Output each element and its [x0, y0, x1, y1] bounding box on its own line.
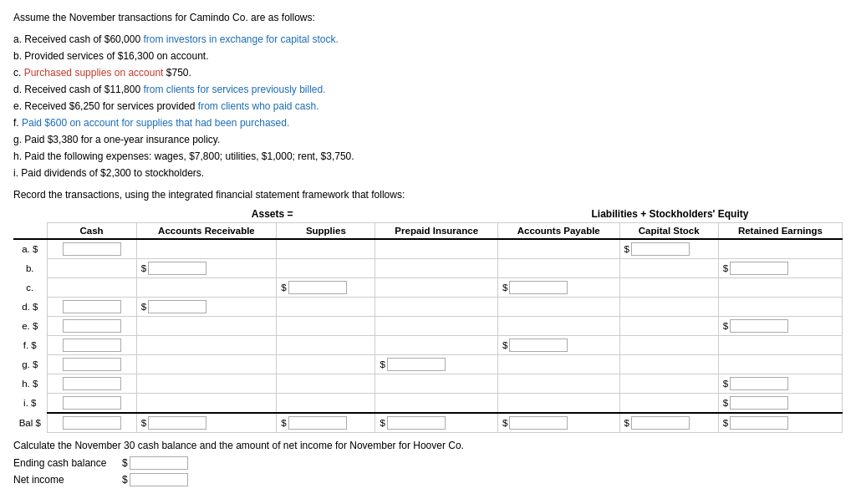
input-c-supplies[interactable] [288, 281, 347, 294]
input-bal-ar[interactable] [148, 416, 206, 430]
input-f-cash[interactable] [63, 339, 121, 352]
input-i-re[interactable] [730, 396, 788, 410]
col-prepaid-insurance: Prepaid Insurance [375, 223, 497, 240]
transaction-f: f. Paid $600 on account for supplies tha… [13, 115, 843, 130]
input-d-cash[interactable] [63, 300, 121, 313]
framework-table: Assets = Liabilities + Stockholders' Equ… [13, 206, 843, 433]
row-label-f: f. $ [13, 336, 47, 355]
row-label-d: d. $ [13, 298, 47, 317]
table-row: g. $ $ [13, 355, 843, 374]
input-bal-cash[interactable] [63, 416, 121, 430]
col-accounts-receivable: Accounts Receivable [136, 223, 277, 240]
net-income-label: Net income [13, 474, 122, 486]
row-label-g: g. $ [13, 355, 47, 374]
table-row: h. $ $ [13, 374, 843, 394]
ending-cash-input[interactable] [130, 456, 188, 470]
row-label-bal: Bal $ [13, 413, 47, 433]
input-i-cash[interactable] [63, 396, 121, 410]
input-h-re[interactable] [730, 377, 788, 390]
input-bal-ap[interactable] [509, 416, 568, 430]
table-row: c. $ $ [13, 278, 843, 298]
input-bal-prepaid[interactable] [387, 416, 446, 430]
input-e-re[interactable] [730, 319, 788, 333]
transaction-d: d. Received cash of $11,800 from clients… [13, 82, 843, 97]
transaction-h: h. Paid the following expenses: wages, $… [13, 149, 843, 164]
input-d-ar[interactable] [148, 300, 206, 313]
table-row: b. $ $ [13, 259, 843, 278]
input-bal-supplies[interactable] [288, 416, 347, 430]
bottom-note: Calculate the November 30 cash balance a… [13, 440, 843, 451]
input-a-capital-stock[interactable] [631, 242, 690, 256]
input-a-cash[interactable] [63, 242, 121, 256]
transaction-c: c. Purchased supplies on account $750. [13, 65, 843, 80]
transaction-i: i. Paid dividends of $2,300 to stockhold… [13, 165, 843, 181]
input-bal-re[interactable] [730, 416, 788, 430]
input-b-re[interactable] [730, 262, 788, 275]
col-cash: Cash [47, 223, 136, 240]
transaction-g: g. Paid $3,380 for a one-year insurance … [13, 132, 843, 147]
row-label-a: a. $ [13, 239, 47, 259]
table-row: i. $ $ [13, 394, 843, 414]
transaction-e: e. Received $6,250 for services provided… [13, 99, 843, 114]
input-e-cash[interactable] [63, 319, 121, 333]
row-label-c: c. [13, 278, 47, 298]
transaction-b: b. Provided services of $16,300 on accou… [13, 48, 843, 64]
input-g-cash[interactable] [63, 358, 121, 371]
table-row: f. $ $ [13, 336, 843, 355]
table-row-bal: Bal $ $ $ $ $ $ $ [13, 413, 843, 433]
table-row: a. $ $ [13, 239, 843, 259]
liabilities-header: Liabilities + Stockholders' Equity [497, 206, 842, 223]
input-g-prepaid[interactable] [387, 358, 446, 371]
input-c-ap[interactable] [509, 281, 568, 294]
heading: Assume the November transactions for Cam… [13, 10, 843, 25]
col-capital-stock: Capital Stock [619, 223, 718, 240]
row-label-i: i. $ [13, 394, 47, 414]
table-row: d. $ $ [13, 298, 843, 317]
row-label-e: e. $ [13, 317, 47, 336]
row-label-h: h. $ [13, 374, 47, 394]
assets-header: Assets = [47, 206, 497, 223]
transaction-a: a. Received cash of $60,000 from investo… [13, 32, 843, 47]
input-bal-capital-stock[interactable] [631, 416, 690, 430]
input-h-cash[interactable] [63, 377, 121, 390]
ending-cash-label: Ending cash balance [13, 457, 122, 469]
col-retained-earnings: Retained Earnings [718, 223, 842, 240]
col-supplies: Supplies [277, 223, 375, 240]
section-title: Record the transactions, using the integ… [13, 189, 843, 201]
input-f-ap[interactable] [509, 339, 568, 352]
col-accounts-payable: Accounts Payable [497, 223, 619, 240]
row-label-b: b. [13, 259, 47, 278]
table-row: e. $ $ [13, 317, 843, 336]
net-income-input[interactable] [130, 473, 188, 486]
input-b-ar[interactable] [148, 262, 206, 275]
